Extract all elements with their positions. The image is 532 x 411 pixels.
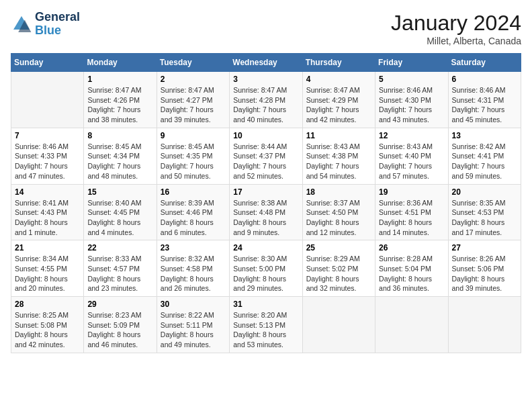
day-info: Sunrise: 8:34 AM Sunset: 4:55 PM Dayligh… bbox=[15, 254, 80, 293]
day-number: 12 bbox=[379, 131, 444, 140]
day-number: 28 bbox=[15, 300, 80, 309]
calendar-cell bbox=[375, 297, 448, 353]
calendar-cell: 4Sunrise: 8:47 AM Sunset: 4:29 PM Daylig… bbox=[302, 72, 375, 128]
calendar-header: SundayMondayTuesdayWednesdayThursdayFrid… bbox=[11, 54, 521, 72]
day-number: 14 bbox=[15, 187, 80, 197]
day-info: Sunrise: 8:47 AM Sunset: 4:29 PM Dayligh… bbox=[306, 85, 371, 125]
day-number: 10 bbox=[233, 131, 298, 140]
day-info: Sunrise: 8:46 AM Sunset: 4:31 PM Dayligh… bbox=[452, 85, 517, 125]
day-number: 21 bbox=[15, 243, 80, 253]
day-number: 8 bbox=[87, 131, 152, 140]
day-info: Sunrise: 8:38 AM Sunset: 4:48 PM Dayligh… bbox=[233, 198, 298, 238]
calendar-cell: 26Sunrise: 8:28 AM Sunset: 5:04 PM Dayli… bbox=[375, 240, 448, 297]
day-number: 17 bbox=[233, 187, 298, 197]
day-number: 31 bbox=[233, 300, 298, 309]
calendar-cell: 7Sunrise: 8:46 AM Sunset: 4:33 PM Daylig… bbox=[11, 128, 84, 184]
day-info: Sunrise: 8:22 AM Sunset: 5:11 PM Dayligh… bbox=[161, 310, 226, 350]
calendar-cell: 15Sunrise: 8:40 AM Sunset: 4:45 PM Dayli… bbox=[84, 184, 157, 240]
day-info: Sunrise: 8:46 AM Sunset: 4:30 PM Dayligh… bbox=[379, 85, 444, 125]
day-number: 30 bbox=[161, 300, 226, 309]
calendar-week-row: 21Sunrise: 8:34 AM Sunset: 4:55 PM Dayli… bbox=[11, 240, 521, 297]
calendar-body: 1Sunrise: 8:47 AM Sunset: 4:26 PM Daylig… bbox=[11, 72, 521, 353]
weekday-header-tuesday: Tuesday bbox=[157, 54, 229, 72]
day-number: 7 bbox=[15, 131, 80, 140]
day-info: Sunrise: 8:46 AM Sunset: 4:33 PM Dayligh… bbox=[15, 142, 80, 181]
calendar-cell bbox=[448, 297, 521, 353]
day-info: Sunrise: 8:36 AM Sunset: 4:51 PM Dayligh… bbox=[379, 198, 444, 238]
calendar-week-row: 28Sunrise: 8:25 AM Sunset: 5:08 PM Dayli… bbox=[11, 297, 521, 353]
calendar-cell: 20Sunrise: 8:35 AM Sunset: 4:53 PM Dayli… bbox=[448, 184, 521, 240]
day-number: 16 bbox=[161, 187, 226, 197]
calendar-cell: 24Sunrise: 8:30 AM Sunset: 5:00 PM Dayli… bbox=[230, 240, 302, 297]
day-info: Sunrise: 8:28 AM Sunset: 5:04 PM Dayligh… bbox=[379, 254, 444, 293]
weekday-header-sunday: Sunday bbox=[11, 54, 84, 72]
day-number: 3 bbox=[233, 75, 298, 84]
calendar-cell bbox=[11, 72, 84, 128]
calendar-week-row: 7Sunrise: 8:46 AM Sunset: 4:33 PM Daylig… bbox=[11, 128, 521, 184]
calendar-cell: 12Sunrise: 8:43 AM Sunset: 4:40 PM Dayli… bbox=[375, 128, 448, 184]
day-info: Sunrise: 8:32 AM Sunset: 4:58 PM Dayligh… bbox=[161, 254, 226, 293]
day-info: Sunrise: 8:44 AM Sunset: 4:37 PM Dayligh… bbox=[233, 142, 298, 181]
day-number: 29 bbox=[87, 300, 152, 309]
calendar-cell: 25Sunrise: 8:29 AM Sunset: 5:02 PM Dayli… bbox=[302, 240, 375, 297]
day-info: Sunrise: 8:42 AM Sunset: 4:41 PM Dayligh… bbox=[452, 142, 517, 181]
calendar-cell: 14Sunrise: 8:41 AM Sunset: 4:43 PM Dayli… bbox=[11, 184, 84, 240]
month-title: January 2024 bbox=[391, 11, 521, 36]
day-info: Sunrise: 8:29 AM Sunset: 5:02 PM Dayligh… bbox=[306, 254, 371, 293]
location-subtitle: Millet, Alberta, Canada bbox=[391, 36, 521, 46]
day-number: 23 bbox=[161, 243, 226, 253]
calendar-cell: 5Sunrise: 8:46 AM Sunset: 4:30 PM Daylig… bbox=[375, 72, 448, 128]
day-number: 1 bbox=[87, 75, 152, 84]
calendar-cell: 29Sunrise: 8:23 AM Sunset: 5:09 PM Dayli… bbox=[84, 297, 157, 353]
day-info: Sunrise: 8:43 AM Sunset: 4:38 PM Dayligh… bbox=[306, 142, 371, 181]
day-number: 15 bbox=[87, 187, 152, 197]
day-number: 6 bbox=[452, 75, 517, 84]
day-info: Sunrise: 8:45 AM Sunset: 4:34 PM Dayligh… bbox=[87, 142, 152, 181]
calendar-cell: 10Sunrise: 8:44 AM Sunset: 4:37 PM Dayli… bbox=[230, 128, 302, 184]
day-number: 13 bbox=[452, 131, 517, 140]
weekday-header-friday: Friday bbox=[375, 54, 448, 72]
title-block: January 2024 Millet, Alberta, Canada bbox=[391, 11, 521, 46]
day-number: 5 bbox=[379, 75, 444, 84]
calendar-week-row: 14Sunrise: 8:41 AM Sunset: 4:43 PM Dayli… bbox=[11, 184, 521, 240]
calendar-cell: 1Sunrise: 8:47 AM Sunset: 4:26 PM Daylig… bbox=[84, 72, 157, 128]
calendar-cell: 21Sunrise: 8:34 AM Sunset: 4:55 PM Dayli… bbox=[11, 240, 84, 297]
weekday-header-monday: Monday bbox=[84, 54, 157, 72]
day-info: Sunrise: 8:37 AM Sunset: 4:50 PM Dayligh… bbox=[306, 198, 371, 238]
day-number: 24 bbox=[233, 243, 298, 253]
day-number: 26 bbox=[379, 243, 444, 253]
calendar-cell: 19Sunrise: 8:36 AM Sunset: 4:51 PM Dayli… bbox=[375, 184, 448, 240]
day-number: 20 bbox=[452, 187, 517, 197]
calendar-cell: 17Sunrise: 8:38 AM Sunset: 4:48 PM Dayli… bbox=[230, 184, 302, 240]
calendar-cell: 23Sunrise: 8:32 AM Sunset: 4:58 PM Dayli… bbox=[157, 240, 229, 297]
calendar-cell: 16Sunrise: 8:39 AM Sunset: 4:46 PM Dayli… bbox=[157, 184, 229, 240]
calendar-cell: 6Sunrise: 8:46 AM Sunset: 4:31 PM Daylig… bbox=[448, 72, 521, 128]
day-number: 19 bbox=[379, 187, 444, 197]
calendar-cell: 18Sunrise: 8:37 AM Sunset: 4:50 PM Dayli… bbox=[302, 184, 375, 240]
day-info: Sunrise: 8:45 AM Sunset: 4:35 PM Dayligh… bbox=[161, 142, 226, 181]
calendar-cell: 8Sunrise: 8:45 AM Sunset: 4:34 PM Daylig… bbox=[84, 128, 157, 184]
day-number: 9 bbox=[161, 131, 226, 140]
weekday-header-row: SundayMondayTuesdayWednesdayThursdayFrid… bbox=[11, 54, 521, 72]
day-info: Sunrise: 8:30 AM Sunset: 5:00 PM Dayligh… bbox=[233, 254, 298, 293]
logo-text: General Blue bbox=[35, 11, 80, 38]
page-header: General Blue January 2024 Millet, Albert… bbox=[11, 11, 521, 46]
day-info: Sunrise: 8:26 AM Sunset: 5:06 PM Dayligh… bbox=[452, 254, 517, 293]
calendar-cell: 9Sunrise: 8:45 AM Sunset: 4:35 PM Daylig… bbox=[157, 128, 229, 184]
day-number: 4 bbox=[306, 75, 371, 84]
day-info: Sunrise: 8:41 AM Sunset: 4:43 PM Dayligh… bbox=[15, 198, 80, 238]
day-number: 18 bbox=[306, 187, 371, 197]
day-info: Sunrise: 8:47 AM Sunset: 4:28 PM Dayligh… bbox=[233, 85, 298, 125]
calendar-cell: 27Sunrise: 8:26 AM Sunset: 5:06 PM Dayli… bbox=[448, 240, 521, 297]
logo: General Blue bbox=[11, 11, 80, 38]
day-number: 27 bbox=[452, 243, 517, 253]
day-info: Sunrise: 8:39 AM Sunset: 4:46 PM Dayligh… bbox=[161, 198, 226, 238]
day-info: Sunrise: 8:47 AM Sunset: 4:26 PM Dayligh… bbox=[87, 85, 152, 125]
calendar-cell bbox=[302, 297, 375, 353]
day-info: Sunrise: 8:25 AM Sunset: 5:08 PM Dayligh… bbox=[15, 310, 80, 350]
calendar-cell: 30Sunrise: 8:22 AM Sunset: 5:11 PM Dayli… bbox=[157, 297, 229, 353]
calendar-cell: 11Sunrise: 8:43 AM Sunset: 4:38 PM Dayli… bbox=[302, 128, 375, 184]
calendar-cell: 3Sunrise: 8:47 AM Sunset: 4:28 PM Daylig… bbox=[230, 72, 302, 128]
day-info: Sunrise: 8:47 AM Sunset: 4:27 PM Dayligh… bbox=[161, 85, 226, 125]
logo-icon bbox=[11, 13, 32, 35]
